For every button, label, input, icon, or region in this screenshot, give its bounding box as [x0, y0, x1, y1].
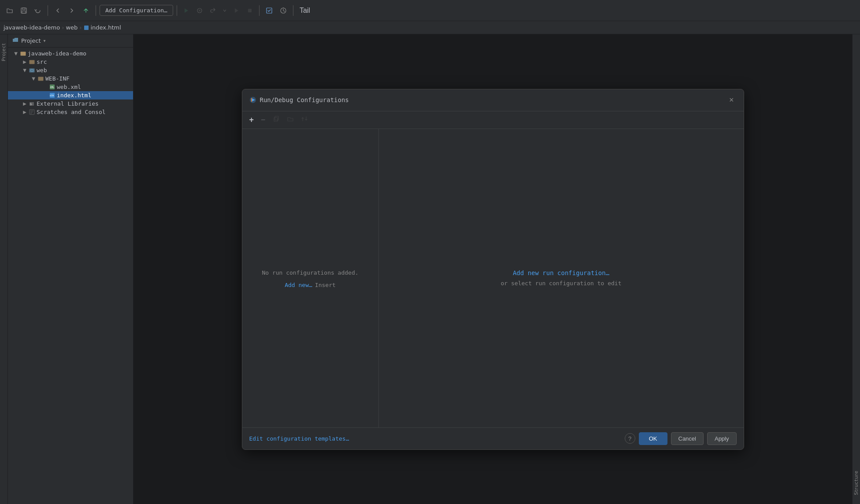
root-toggle-icon: ▼	[13, 51, 19, 56]
run-button[interactable]	[181, 6, 192, 15]
forward-button[interactable]	[66, 5, 78, 16]
tree-root[interactable]: ▼ javaweb-idea-demo	[8, 49, 133, 58]
dialog-title: Run/Debug Configurations	[260, 96, 723, 103]
separator-3	[177, 5, 177, 16]
tree-src[interactable]: ▶ src	[8, 58, 133, 66]
tree-webinf[interactable]: ▼ WEB-INF	[8, 74, 133, 83]
src-name: src	[37, 59, 47, 65]
panel-header: Project ▾	[8, 34, 133, 48]
svg-rect-11	[84, 26, 89, 30]
tree-webxml[interactable]: XML web.xml	[8, 83, 133, 91]
web-name: web	[37, 67, 47, 74]
edit-templates-link[interactable]: Edit configuration templates…	[249, 435, 349, 442]
add-new-run-config-link[interactable]: Add new run configuration…	[513, 269, 609, 276]
webinf-toggle-icon: ▼	[31, 76, 36, 81]
webxml-name: web.xml	[57, 84, 81, 90]
src-folder-icon	[29, 59, 35, 65]
svg-rect-16	[38, 77, 44, 81]
rerun-dropdown-button[interactable]	[220, 7, 229, 14]
refresh-button[interactable]	[32, 5, 44, 16]
project-panel: Project ▾ ▼ javaweb-idea-demo ▶	[8, 34, 133, 504]
web-toggle-icon: ▼	[22, 68, 27, 73]
indexhtml-name: index.html	[57, 92, 91, 99]
svg-text:XML: XML	[50, 86, 55, 88]
coverage-button[interactable]	[263, 5, 275, 16]
up-button[interactable]	[80, 5, 92, 16]
panel-title: Project	[21, 37, 41, 44]
breadcrumb-sep2: ›	[79, 24, 82, 31]
webxml-file-icon: XML	[49, 84, 55, 90]
ok-button[interactable]: OK	[639, 432, 667, 445]
breadcrumb-web[interactable]: web	[66, 24, 78, 31]
breadcrumb-project[interactable]: javaweb-idea-demo	[4, 24, 60, 31]
stop-button[interactable]	[244, 6, 256, 15]
extlibs-icon	[29, 101, 35, 107]
remove-config-tool-button[interactable]: −	[258, 114, 268, 126]
html-file-icon	[84, 25, 89, 30]
dialog-left-panel: No run configurations added. Add new… In…	[242, 129, 379, 427]
indexhtml-file-icon: HTM	[49, 92, 55, 98]
right-sidebar: Structure	[852, 34, 860, 504]
folder-tool-button[interactable]	[284, 114, 297, 125]
tree-extlibs[interactable]: ▶ External Libraries	[8, 99, 133, 108]
tail-button[interactable]: Tail	[297, 5, 313, 16]
add-new-row: Add new… Insert	[285, 282, 336, 288]
structure-sidebar-label[interactable]: Structure	[853, 471, 859, 495]
separator-1	[48, 5, 48, 16]
help-button[interactable]: ?	[625, 433, 635, 444]
dialog-footer: Edit configuration templates… ? OK Cance…	[242, 427, 744, 449]
breadcrumb-sep1: ›	[62, 24, 64, 31]
project-sidebar-label[interactable]: Project	[1, 43, 7, 61]
breadcrumb: javaweb-idea-demo › web › index.html	[0, 21, 860, 34]
svg-rect-28	[251, 98, 252, 102]
breadcrumb-file[interactable]: index.html	[91, 24, 121, 31]
src-toggle-icon: ▶	[22, 59, 27, 64]
content-area: Run/Debug Configurations × + −	[133, 34, 852, 504]
svg-rect-7	[248, 9, 252, 12]
svg-marker-6	[235, 8, 238, 13]
modal-overlay: Run/Debug Configurations × + −	[133, 34, 852, 504]
svg-rect-8	[267, 8, 272, 13]
footer-actions: OK Cancel Apply	[639, 432, 737, 445]
add-config-tool-button[interactable]: +	[247, 114, 257, 126]
svg-rect-1	[22, 8, 25, 10]
webinf-name: WEB-INF	[45, 75, 70, 82]
web-folder-icon	[29, 67, 35, 73]
add-new-link[interactable]: Add new…	[285, 282, 312, 288]
add-configuration-button[interactable]: Add Configuration…	[100, 5, 173, 16]
svg-text:HTM: HTM	[50, 94, 54, 97]
scratches-icon	[29, 109, 35, 115]
root-name: javaweb-idea-demo	[28, 50, 86, 57]
back-button[interactable]	[52, 5, 64, 16]
dialog-close-button[interactable]: ×	[727, 95, 737, 106]
tree-indexhtml[interactable]: HTM index.html	[8, 91, 133, 99]
separator-5	[293, 5, 293, 16]
root-folder-icon	[20, 51, 26, 56]
tree-web[interactable]: ▼ web	[8, 66, 133, 74]
copy-config-tool-button[interactable]	[270, 114, 282, 125]
debug-run-button[interactable]	[231, 6, 242, 15]
tree-scratches[interactable]: ▶ Scratches and Consol	[8, 108, 133, 116]
build-button[interactable]	[194, 6, 205, 15]
panel-dropdown-icon[interactable]: ▾	[43, 38, 45, 43]
rerun-button[interactable]	[207, 6, 219, 15]
open-file-button[interactable]	[4, 5, 16, 16]
svg-rect-24	[30, 105, 32, 105]
svg-marker-3	[185, 8, 188, 13]
scratches-toggle-icon: ▶	[22, 110, 27, 114]
profiler-button[interactable]	[277, 5, 289, 16]
save-button[interactable]	[18, 5, 30, 16]
dialog-header: Run/Debug Configurations ×	[242, 89, 744, 111]
apply-button[interactable]: Apply	[707, 432, 737, 445]
scratches-name: Scratches and Consol	[37, 109, 106, 115]
cancel-button[interactable]: Cancel	[671, 432, 704, 445]
svg-point-5	[199, 10, 200, 11]
left-sidebar: Project	[0, 34, 8, 504]
dialog-title-icon	[249, 96, 256, 103]
svg-rect-2	[22, 11, 26, 13]
webinf-folder-icon	[38, 76, 44, 81]
sort-tool-button[interactable]	[298, 114, 311, 125]
project-folder-icon	[12, 37, 19, 44]
no-config-message: No run configurations added.	[262, 268, 358, 278]
separator-4	[259, 5, 259, 16]
